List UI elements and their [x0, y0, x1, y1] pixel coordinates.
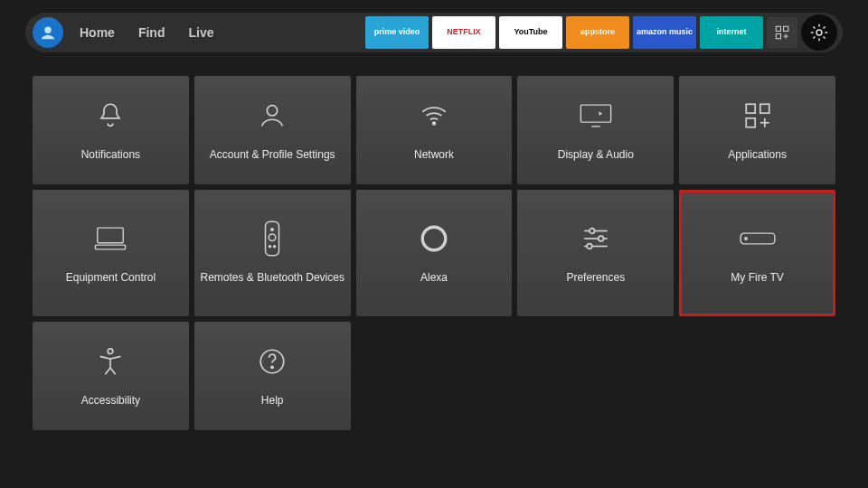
tile-label: Help: [261, 394, 284, 408]
tile-notifications[interactable]: Notifications: [33, 76, 189, 184]
svg-rect-12: [746, 118, 755, 127]
tile-label: Alexa: [420, 271, 448, 286]
gear-icon: [809, 23, 829, 42]
firetv-icon: [740, 221, 776, 257]
wifi-icon: [416, 98, 452, 134]
tile-display-audio[interactable]: Display & Audio: [517, 76, 674, 184]
svg-point-21: [274, 246, 276, 248]
top-nav-bar: Home Find Live prime video NETFLIX YouTu…: [25, 13, 843, 52]
svg-point-28: [587, 244, 592, 249]
tile-account-profile[interactable]: Account & Profile Settings: [194, 76, 351, 184]
svg-point-24: [590, 229, 595, 234]
tile-accessibility[interactable]: Accessibility: [33, 322, 189, 430]
svg-rect-9: [580, 105, 610, 122]
tile-applications[interactable]: Applications: [679, 76, 835, 184]
tile-label: Display & Audio: [558, 148, 634, 163]
svg-rect-2: [784, 26, 788, 31]
app-appstore[interactable]: appstore: [566, 16, 629, 49]
app-prime-video[interactable]: prime video: [365, 16, 429, 49]
equipment-icon: [92, 221, 128, 257]
svg-point-19: [269, 234, 276, 241]
tile-remotes-bluetooth[interactable]: Remotes & Bluetooth Devices: [194, 190, 351, 316]
access-icon: [92, 343, 128, 380]
app-youtube[interactable]: YouTube: [499, 16, 562, 49]
nav-items: Home Find Live: [80, 25, 213, 40]
help-icon: [254, 343, 290, 380]
grid-icon: [774, 24, 790, 41]
svg-rect-11: [760, 104, 769, 113]
tile-network[interactable]: Network: [356, 76, 513, 184]
app-internet[interactable]: internet: [700, 16, 763, 49]
avatar-icon: [38, 23, 58, 42]
svg-point-22: [422, 227, 446, 250]
display-icon: [578, 98, 614, 134]
app-netflix[interactable]: NETFLIX: [432, 16, 495, 49]
settings-button[interactable]: [801, 14, 837, 51]
user-icon: [254, 98, 290, 134]
svg-point-0: [44, 27, 51, 33]
nav-find[interactable]: Find: [138, 25, 165, 40]
tile-label: Accessibility: [81, 394, 140, 408]
svg-rect-1: [776, 26, 780, 31]
svg-rect-15: [98, 228, 124, 243]
tile-help[interactable]: Help: [194, 322, 351, 430]
svg-point-7: [268, 106, 278, 116]
svg-point-20: [269, 246, 271, 248]
svg-point-33: [271, 366, 273, 368]
app-shortcut-row: prime video NETFLIX YouTube appstore ama…: [365, 16, 763, 49]
svg-point-26: [599, 236, 604, 241]
settings-grid: Notifications Account & Profile Settings…: [33, 76, 835, 430]
svg-rect-10: [746, 104, 755, 113]
app-amazon-music[interactable]: amazon music: [633, 16, 696, 49]
sliders-icon: [578, 221, 614, 257]
remote-icon: [254, 221, 290, 257]
apps-icon: [740, 98, 776, 134]
tile-label: Remotes & Bluetooth Devices: [200, 271, 344, 286]
tile-label: Preferences: [566, 271, 625, 286]
tile-label: Account & Profile Settings: [210, 148, 335, 163]
svg-point-30: [744, 238, 746, 239]
svg-point-31: [108, 349, 114, 354]
bell-icon: [92, 98, 128, 134]
tile-label: Network: [414, 148, 454, 163]
tile-my-fire-tv[interactable]: My Fire TV: [679, 190, 835, 316]
svg-point-18: [271, 229, 274, 231]
tile-label: My Fire TV: [731, 271, 783, 286]
svg-rect-3: [776, 34, 780, 39]
svg-rect-16: [96, 245, 126, 249]
alexa-icon: [416, 221, 452, 257]
nav-live[interactable]: Live: [188, 25, 213, 40]
svg-rect-17: [266, 221, 279, 256]
svg-point-8: [433, 122, 436, 125]
tile-label: Applications: [728, 148, 787, 163]
nav-home[interactable]: Home: [80, 25, 115, 40]
tile-equipment-control[interactable]: Equipment Control: [33, 190, 189, 316]
all-apps-button[interactable]: [767, 17, 797, 48]
tile-label: Equipment Control: [66, 271, 156, 286]
tile-alexa[interactable]: Alexa: [356, 190, 513, 316]
svg-point-6: [816, 30, 822, 35]
profile-avatar[interactable]: [33, 17, 63, 48]
tile-label: Notifications: [81, 148, 140, 163]
tile-preferences[interactable]: Preferences: [517, 190, 674, 316]
